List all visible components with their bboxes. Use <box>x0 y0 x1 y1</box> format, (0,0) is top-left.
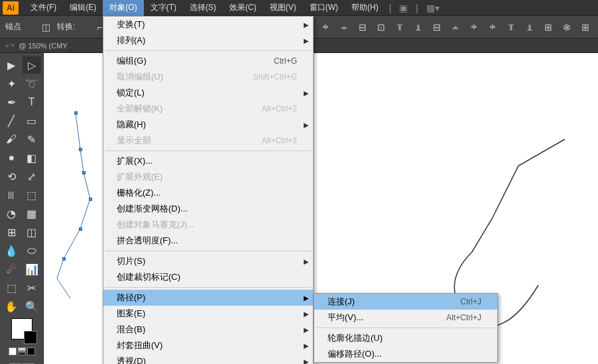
mesh-tool[interactable]: ⊞ <box>2 223 21 241</box>
menubar-sep: | <box>385 3 396 13</box>
align-icon[interactable]: ⫫ <box>522 20 537 34</box>
menu-item[interactable]: 混合(B)▶ <box>103 322 313 337</box>
blob-tool[interactable]: ● <box>2 149 21 166</box>
align-icon[interactable]: ⫪ <box>392 20 407 34</box>
align-icon[interactable]: ⫨ <box>448 20 463 34</box>
slice-tool[interactable]: ✂ <box>23 279 42 296</box>
menu-item[interactable]: 扩展(X)... <box>103 153 313 169</box>
submenu-item[interactable]: 轮廓化描边(U) <box>314 330 497 346</box>
menu-帮助[interactable]: 帮助(H) <box>345 0 385 16</box>
doc-tab-label: @ 150% (CMY <box>19 42 68 50</box>
menu-item[interactable]: 切片(S)▶ <box>103 253 313 269</box>
eraser-tool[interactable]: ◧ <box>23 149 42 166</box>
workspace-switch-icon[interactable]: ▦▾ <box>422 3 444 13</box>
graph-tool[interactable]: 📊 <box>23 261 42 278</box>
align-icon[interactable]: ⫩ <box>467 20 481 34</box>
blend-tool[interactable]: ⬭ <box>23 242 42 259</box>
convert-label: 转换: <box>57 21 75 32</box>
selection-tool[interactable]: ▶ <box>2 56 21 74</box>
menu-窗口[interactable]: 窗口(W) <box>303 0 345 16</box>
path-submenu: 连接(J)Ctrl+J平均(V)...Alt+Ctrl+J轮廓化描边(U)偏移路… <box>314 293 498 363</box>
menu-item: 取消编组(U)Shift+Ctrl+G <box>103 69 313 85</box>
menu-item[interactable]: 透视(D)▶ <box>103 353 313 364</box>
menu-item: 显示全部Alt+Ctrl+3 <box>103 133 313 149</box>
width-tool[interactable]: ⫼ <box>2 186 21 204</box>
menu-item[interactable]: 编组(G)Ctrl+G <box>103 53 313 69</box>
menu-item: 全部解锁(K)Alt+Ctrl+2 <box>103 101 313 117</box>
rotate-tool[interactable]: ⟲ <box>2 168 21 185</box>
symbol-tool[interactable]: ☄ <box>2 261 21 278</box>
menu-item[interactable]: 路径(P)▶ <box>103 290 313 306</box>
align-icon[interactable]: ⊞ <box>541 20 556 34</box>
artboard-tool[interactable]: ⬚ <box>2 279 21 296</box>
pencil-tool[interactable]: ✎ <box>23 131 42 148</box>
align-icon[interactable]: ⫪ <box>504 20 518 34</box>
hand-tool[interactable]: ✋ <box>2 298 21 315</box>
fill-stroke-swatch[interactable] <box>1 318 42 364</box>
menu-item[interactable]: 栅格化(Z)... <box>103 185 313 201</box>
align-icon[interactable]: ⫨ <box>337 20 351 34</box>
tab-handle-icon: « × <box>5 42 15 49</box>
menu-item[interactable]: 创建渐变网格(D)... <box>103 201 313 217</box>
magic-wand-tool[interactable]: ✦ <box>2 75 21 92</box>
menu-item: 扩展外观(E) <box>103 169 313 185</box>
free-transform-tool[interactable]: ⬚ <box>23 186 42 204</box>
bridge-icon[interactable]: ▣ <box>395 3 412 13</box>
menu-item[interactable]: 隐藏(H)▶ <box>103 117 313 133</box>
menu-item[interactable]: 封套扭曲(V)▶ <box>103 337 313 353</box>
align-icon[interactable]: ⊡ <box>374 20 389 34</box>
submenu-item[interactable]: 连接(J)Ctrl+J <box>314 294 497 310</box>
submenu-item[interactable]: 偏移路径(O)... <box>314 346 497 362</box>
lasso-tool[interactable]: ➰ <box>23 75 42 92</box>
menu-选择[interactable]: 选择(S) <box>183 0 223 16</box>
anchor-label: 锚点 <box>5 21 21 32</box>
menu-文字[interactable]: 文字(T) <box>144 0 183 16</box>
rect-tool[interactable]: ▭ <box>23 112 42 129</box>
direct-select-tool[interactable]: ▷ <box>23 56 42 74</box>
gradient-tool[interactable]: ◫ <box>23 223 42 241</box>
align-icon[interactable]: ⫩ <box>485 20 500 34</box>
toolbox: ▶▷ ✦➰ ✒T ╱▭ 🖌✎ ●◧ ⟲⤢ ⫼⬚ ◔▦ ⊞◫ 💧⬭ ☄📊 ⬚✂ ✋… <box>0 53 44 364</box>
align-icon[interactable]: ⫩ <box>318 20 333 34</box>
scale-tool[interactable]: ⤢ <box>23 168 42 185</box>
submenu-item[interactable]: 平均(V)...Alt+Ctrl+J <box>314 310 497 326</box>
eyedropper-tool[interactable]: 💧 <box>2 242 21 259</box>
line-tool[interactable]: ╱ <box>2 112 21 129</box>
type-tool[interactable]: T <box>23 93 42 111</box>
menu-item[interactable]: 排列(A)▶ <box>103 32 313 48</box>
shape-builder-tool[interactable]: ◔ <box>2 205 21 222</box>
pen-tool[interactable]: ✒ <box>2 93 21 111</box>
menu-item: 创建对象马赛克(J)... <box>103 217 313 233</box>
brush-tool[interactable]: 🖌 <box>2 131 21 148</box>
zoom-tool[interactable]: 🔍 <box>23 298 42 315</box>
menubar: Ai 文件(F)编辑(E)对象(O)文字(T)选择(S)效果(C)视图(V)窗口… <box>0 0 598 16</box>
menu-文件[interactable]: 文件(F) <box>24 0 63 16</box>
object-menu-dropdown: 变换(T)▶排列(A)▶编组(G)Ctrl+G取消编组(U)Shift+Ctrl… <box>103 16 314 364</box>
menu-视图[interactable]: 视图(V) <box>263 0 303 16</box>
align-icon[interactable]: ⫫ <box>411 20 426 34</box>
menu-对象[interactable]: 对象(O) <box>103 0 143 16</box>
menu-item[interactable]: 变换(T)▶ <box>103 17 313 32</box>
menu-效果[interactable]: 效果(C) <box>223 0 263 16</box>
menu-item[interactable]: 拼合透明度(F)... <box>103 233 313 249</box>
menubar-sep2: | <box>412 3 422 13</box>
perspective-tool[interactable]: ▦ <box>23 205 42 222</box>
menu-编辑[interactable]: 编辑(E) <box>63 0 103 16</box>
app-logo: Ai <box>3 1 19 15</box>
menu-item[interactable]: 创建裁切标记(C) <box>103 269 313 285</box>
align-icon[interactable]: ⊟ <box>355 20 370 34</box>
align-icon[interactable]: ⊞ <box>578 20 593 34</box>
menu-item[interactable]: 锁定(L)▶ <box>103 85 313 101</box>
menu-item[interactable]: 图案(E)▶ <box>103 306 313 322</box>
align-icon[interactable]: ⊟ <box>430 20 444 34</box>
align-icon[interactable]: ⊗ <box>560 20 574 34</box>
